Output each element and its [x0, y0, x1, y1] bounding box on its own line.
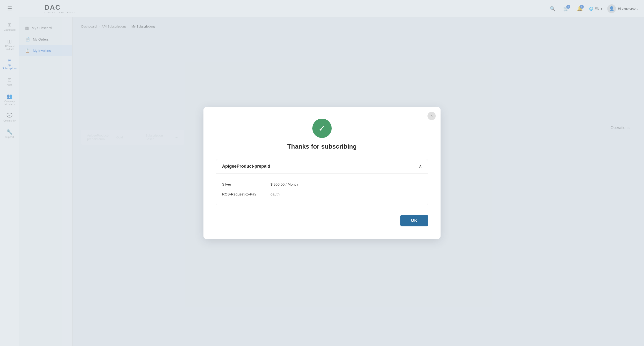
tier-price: $ 300.00 / Month	[270, 182, 298, 186]
subscription-success-modal: × ✓ Thanks for subscribing ApigeeProduct…	[204, 107, 440, 239]
ok-button[interactable]: OK	[400, 215, 428, 226]
chevron-up-icon: ∧	[419, 164, 422, 169]
subscription-tier-row: Silver $ 300.00 / Month	[222, 179, 422, 189]
checkmark-icon: ✓	[318, 123, 326, 134]
modal-overlay: × ✓ Thanks for subscribing ApigeeProduct…	[0, 0, 644, 346]
subscription-card: ApigeeProduct-prepaid ∧ Silver $ 300.00 …	[216, 159, 428, 205]
tier-label: Silver	[222, 182, 266, 186]
success-check-circle: ✓	[312, 119, 332, 138]
close-icon: ×	[430, 114, 432, 118]
subscription-auth-row: RCB-Request-to-Pay oauth	[222, 189, 422, 199]
modal-title: Thanks for subscribing	[287, 143, 357, 150]
subscription-card-header[interactable]: ApigeeProduct-prepaid ∧	[216, 159, 428, 173]
modal-footer: OK	[216, 215, 428, 226]
modal-close-button[interactable]: ×	[428, 112, 436, 120]
modal-header: ✓ Thanks for subscribing	[216, 119, 428, 150]
auth-value: oauth	[270, 192, 280, 196]
auth-label: RCB-Request-to-Pay	[222, 192, 266, 196]
subscription-card-title: ApigeeProduct-prepaid	[222, 164, 270, 169]
subscription-card-body: Silver $ 300.00 / Month RCB-Request-to-P…	[216, 173, 428, 205]
